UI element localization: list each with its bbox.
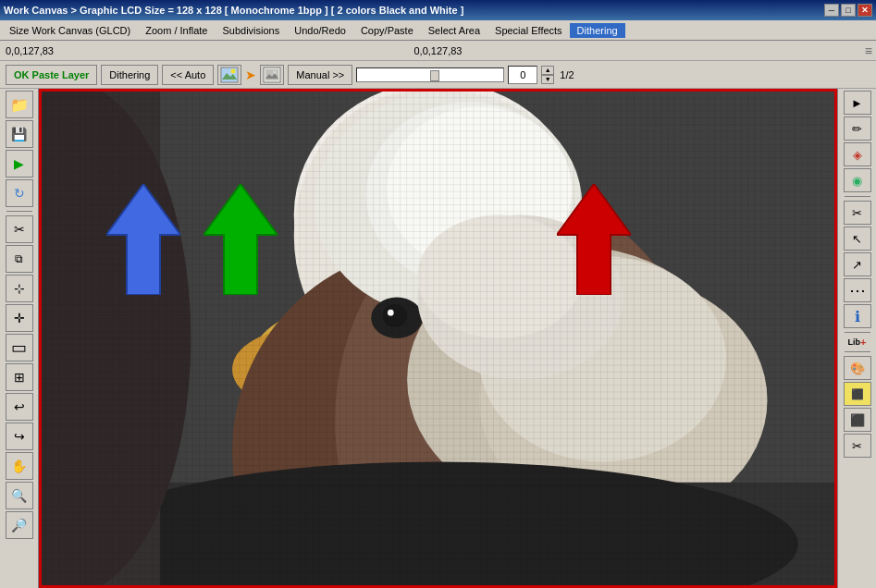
palette-icon: 🎨 bbox=[850, 361, 865, 375]
svg-rect-0 bbox=[221, 67, 238, 82]
active-layer-button[interactable]: ⬛ bbox=[844, 382, 871, 406]
cut-button[interactable]: ✂ bbox=[6, 215, 33, 243]
palette-button[interactable]: 🎨 bbox=[844, 356, 871, 380]
open-folder-icon: 📁 bbox=[10, 96, 29, 114]
maximize-button[interactable]: □ bbox=[841, 4, 856, 17]
dots-icon: ⋯ bbox=[849, 280, 865, 300]
refresh-button[interactable]: ↻ bbox=[6, 179, 33, 207]
cursor-icon: ↖ bbox=[852, 232, 862, 246]
dither-value-input[interactable] bbox=[508, 66, 537, 84]
fraction-label: 1/2 bbox=[558, 69, 575, 80]
grid-button[interactable]: ⊞ bbox=[6, 363, 33, 391]
titlebar: Work Canvas > Graphic LCD Size = 128 x 1… bbox=[0, 0, 876, 20]
menu-subdivisions[interactable]: Subdivisions bbox=[215, 23, 287, 38]
save-icon: 💾 bbox=[11, 127, 27, 141]
ok-paste-layer-button[interactable]: OK Paste Layer bbox=[6, 65, 97, 85]
save-button[interactable]: 💾 bbox=[6, 120, 33, 148]
lib-plus-icon: + bbox=[860, 337, 866, 348]
right-cut-icon: ✂ bbox=[852, 206, 862, 220]
svg-rect-4 bbox=[265, 69, 278, 80]
move-icon: ✛ bbox=[14, 311, 25, 325]
menu-dithering[interactable]: Dithering bbox=[570, 23, 625, 38]
right-separator-1 bbox=[845, 196, 870, 197]
redo-button[interactable]: ↪ bbox=[6, 423, 33, 450]
image-icon-2[interactable] bbox=[260, 65, 284, 85]
dither-slider[interactable] bbox=[356, 67, 504, 82]
right-sidebar: ► ✏ ◈ ◉ ✂ ↖ ↗ ⋯ ℹ Lib + bbox=[837, 89, 876, 588]
separator-1 bbox=[6, 211, 32, 212]
layer2-button[interactable]: ⬛ bbox=[844, 408, 871, 432]
copy-icon: ⧉ bbox=[15, 252, 23, 265]
zoom-out-icon: 🔎 bbox=[11, 518, 27, 533]
pencil-button[interactable]: ✏ bbox=[844, 116, 871, 141]
right-arrow-button[interactable]: ► bbox=[844, 91, 871, 115]
coord-left: 0,0,127,83 bbox=[6, 45, 54, 56]
color-pick-icon: ◉ bbox=[852, 174, 862, 188]
undo-button[interactable]: ↩ bbox=[6, 393, 33, 421]
zoom-in-icon: 🔍 bbox=[11, 488, 27, 503]
coordbar: 0,0,127,83 0,0,127,83 ≡ bbox=[0, 41, 876, 61]
pencil-icon: ✏ bbox=[852, 122, 862, 136]
close-button[interactable]: ✕ bbox=[857, 4, 872, 17]
title-text: Work Canvas > Graphic LCD Size = 128 x 1… bbox=[4, 5, 463, 16]
select-button[interactable]: ⊹ bbox=[6, 275, 33, 302]
image-icon-1[interactable] bbox=[217, 65, 241, 85]
move-button[interactable]: ✛ bbox=[6, 304, 33, 332]
dithering-button[interactable]: Dithering bbox=[101, 65, 158, 85]
menu-copy-paste[interactable]: Copy/Paste bbox=[353, 23, 421, 38]
right-arrow-icon: ► bbox=[851, 96, 863, 110]
right-cut-button[interactable]: ✂ bbox=[844, 201, 871, 225]
info-button[interactable]: ℹ bbox=[844, 304, 871, 328]
hand-icon: ✋ bbox=[11, 459, 27, 473]
spin-down-button[interactable]: ▼ bbox=[541, 75, 554, 84]
menu-zoom-inflate[interactable]: Zoom / Inflate bbox=[138, 23, 215, 38]
cursor-button[interactable]: ↖ bbox=[844, 227, 871, 251]
coord-handle: ≡ bbox=[865, 43, 872, 58]
spin-up-button[interactable]: ▲ bbox=[541, 66, 554, 75]
open-folder-button[interactable]: 📁 bbox=[6, 91, 33, 118]
left-sidebar: 📁 💾 ▶ ↻ ✂ ⧉ ⊹ ✛ ▭ ⊞ ↩ bbox=[0, 89, 39, 588]
dots-button[interactable]: ⋯ bbox=[844, 278, 871, 302]
menu-undo-redo[interactable]: Undo/Redo bbox=[287, 23, 353, 38]
coord-center: 0,0,127,83 bbox=[414, 45, 463, 56]
auto-button[interactable]: << Auto bbox=[162, 65, 214, 85]
menu-special-effects[interactable]: Special Effects bbox=[487, 23, 570, 38]
slider-container bbox=[356, 67, 504, 82]
play-icon: ▶ bbox=[14, 156, 24, 171]
toolbar: OK Paste Layer Dithering << Auto ➤ Manua… bbox=[0, 61, 876, 89]
info-icon: ℹ bbox=[855, 308, 860, 325]
manual-button[interactable]: Manual >> bbox=[288, 65, 352, 85]
canvas-area[interactable] bbox=[39, 89, 837, 588]
color-fill-icon: ◈ bbox=[853, 148, 862, 162]
svg-point-2 bbox=[231, 68, 236, 73]
hand-button[interactable]: ✋ bbox=[6, 452, 33, 480]
cursor2-icon: ↗ bbox=[852, 258, 862, 272]
cut-icon: ✂ bbox=[14, 222, 25, 237]
minimize-button[interactable]: ─ bbox=[824, 4, 839, 17]
cursor2-button[interactable]: ↗ bbox=[844, 252, 871, 276]
canvas-content bbox=[42, 92, 834, 585]
main-area: 📁 💾 ▶ ↻ ✂ ⧉ ⊹ ✛ ▭ ⊞ ↩ bbox=[0, 89, 876, 588]
slider-thumb[interactable] bbox=[430, 70, 439, 81]
right-separator-2 bbox=[845, 332, 870, 333]
menu-size-work-canvas[interactable]: Size Work Canvas (GLCD) bbox=[2, 23, 138, 38]
right-separator-3 bbox=[845, 351, 870, 352]
scissors2-button[interactable]: ✂ bbox=[844, 434, 871, 458]
eagle-canvas-svg bbox=[42, 92, 834, 585]
lib-label: Lib + bbox=[848, 337, 867, 348]
grid-icon: ⊞ bbox=[14, 370, 25, 385]
play-button[interactable]: ▶ bbox=[6, 150, 33, 178]
redo-icon: ↪ bbox=[14, 429, 25, 444]
undo-icon: ↩ bbox=[14, 399, 25, 414]
zoom-in-button[interactable]: 🔍 bbox=[6, 482, 33, 509]
active-layer-icon: ⬛ bbox=[851, 388, 864, 400]
menubar: Size Work Canvas (GLCD) Zoom / Inflate S… bbox=[0, 20, 876, 41]
menu-select-area[interactable]: Select Area bbox=[421, 23, 487, 38]
copy-button[interactable]: ⧉ bbox=[6, 245, 33, 273]
arrow-right-icon: ➤ bbox=[245, 67, 256, 82]
zoom-out-button[interactable]: 🔎 bbox=[6, 511, 33, 539]
rect-button[interactable]: ▭ bbox=[6, 334, 33, 361]
layer2-icon: ⬛ bbox=[850, 413, 865, 427]
color-fill-button[interactable]: ◈ bbox=[844, 142, 871, 166]
color-pick-button[interactable]: ◉ bbox=[844, 168, 871, 192]
